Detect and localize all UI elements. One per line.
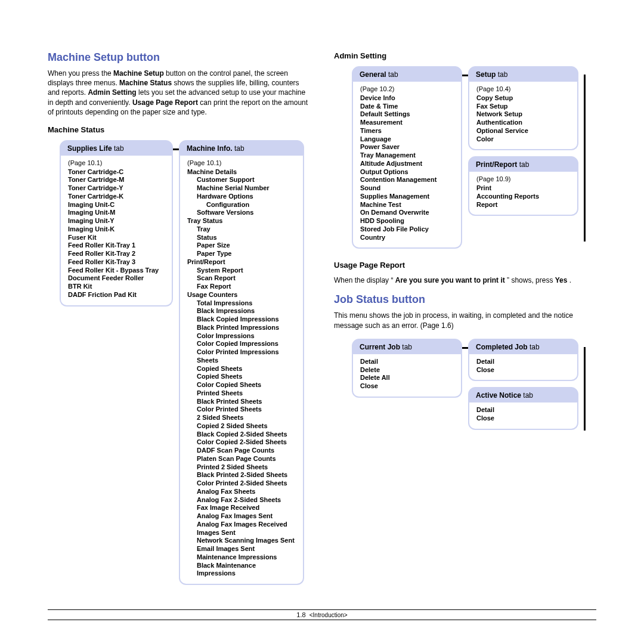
list-item: Hardware Options bbox=[187, 193, 296, 201]
list-item: Analog Fax Sheets bbox=[187, 488, 296, 496]
list-item: Device Info bbox=[360, 94, 454, 103]
list-item: Customer Support bbox=[187, 176, 296, 184]
list-item: Paper Type bbox=[187, 250, 296, 258]
supplies-life-tab-card: Supplies Life tab (Page 10.1) Toner Cart… bbox=[60, 140, 173, 306]
list-item: Machine Details bbox=[187, 168, 296, 177]
setup-tab-card: Setup tab (Page 10.4) Copy SetupFax Setu… bbox=[468, 66, 578, 150]
list-item: Print/Report bbox=[187, 258, 296, 267]
list-item: Black Printed Sheets bbox=[187, 398, 296, 406]
list-item: Altitude Adjustment bbox=[360, 160, 454, 168]
list-item: Toner Cartridge-K bbox=[68, 193, 165, 201]
list-item: Analog Fax 2-Sided Sheets bbox=[187, 496, 296, 504]
current-job-tab-card: Current Job tab DetailDeleteDelete AllCl… bbox=[352, 339, 462, 430]
list-item: Toner Cartridge-Y bbox=[68, 184, 165, 193]
list-item: Stored Job File Policy bbox=[360, 225, 454, 234]
list-item: Platen Scan Page Counts bbox=[187, 455, 296, 463]
list-item: Close bbox=[476, 414, 570, 423]
setup-tab-header: Setup tab bbox=[468, 66, 578, 82]
list-item: DADF Friction Pad Kit bbox=[68, 291, 165, 299]
list-item: Feed Roller Kit - Bypass Tray bbox=[68, 267, 165, 275]
list-item: HDD Spooling bbox=[360, 217, 454, 225]
list-item: Machine Serial Number bbox=[187, 184, 296, 193]
list-item: Delete bbox=[360, 366, 454, 374]
left-column: Machine Setup button When you press the … bbox=[48, 48, 310, 585]
list-item: Color Copied Impressions bbox=[187, 340, 296, 348]
job-status-heading: Job Status button bbox=[334, 293, 596, 306]
list-item: DADF Scan Page Counts bbox=[187, 447, 296, 455]
list-item: Total Impressions bbox=[187, 299, 296, 308]
list-item: Feed Roller Kit-Tray 3 bbox=[68, 258, 165, 267]
list-item: System Report bbox=[187, 267, 296, 275]
list-item: Copied Sheets bbox=[187, 373, 296, 381]
machine-info-tab-header: Machine Info. tab bbox=[179, 140, 304, 156]
list-item: Measurement bbox=[360, 119, 454, 127]
list-item: Maintenance Impressions bbox=[187, 553, 296, 562]
right-column: Admin Setting General tab (Page 10.2) De… bbox=[334, 48, 596, 585]
print-report-tab-body: (Page 10.9) PrintAccounting ReportsRepor… bbox=[468, 172, 578, 216]
list-item: Optional Service bbox=[476, 127, 570, 135]
list-item: Usage Counters bbox=[187, 291, 296, 299]
list-item: Copy Setup bbox=[476, 94, 570, 103]
print-report-tab-card: Print/Report tab (Page 10.9) PrintAccoun… bbox=[468, 156, 578, 216]
list-item: Color Copied Sheets bbox=[187, 381, 296, 389]
list-item: Black Copied 2-Sided Sheets bbox=[187, 431, 296, 439]
page-footer: 1.8 <Introduction> bbox=[48, 609, 596, 620]
list-item: Color bbox=[476, 135, 570, 144]
list-item: Sound bbox=[360, 184, 454, 193]
setup-tab-body: (Page 10.4) Copy SetupFax SetupNetwork S… bbox=[468, 82, 578, 150]
supplies-life-tab-body: (Page 10.1) Toner Cartridge-CToner Cartr… bbox=[60, 156, 173, 306]
completed-job-tab-header: Completed Job tab bbox=[468, 339, 578, 354]
machine-status-heading: Machine Status bbox=[48, 125, 310, 134]
active-notice-tab-body: DetailClose bbox=[468, 402, 578, 430]
list-item: Email Images Sent bbox=[187, 545, 296, 553]
list-item: Printed 2 Sided Sheets bbox=[187, 463, 296, 472]
list-item: Accounting Reports bbox=[476, 193, 570, 201]
active-notice-tab-header: Active Notice tab bbox=[468, 387, 578, 402]
list-item: Scan Report bbox=[187, 274, 296, 283]
list-item: Close bbox=[476, 366, 570, 374]
list-item: Detail bbox=[360, 358, 454, 366]
machine-info-tab-card: Machine Info. tab (Page 10.1) Machine De… bbox=[179, 140, 304, 585]
list-item: Printed Sheets bbox=[187, 389, 296, 398]
list-item: Authentication bbox=[476, 119, 570, 127]
list-item: Color Printed Impressions bbox=[187, 348, 296, 357]
list-item: Timers bbox=[360, 127, 454, 135]
list-item: Report bbox=[476, 201, 570, 209]
list-item: Fuser Kit bbox=[68, 234, 165, 242]
general-tab-body: (Page 10.2) Device InfoDate & TimeDefaul… bbox=[352, 82, 462, 249]
list-item: Toner Cartridge-C bbox=[68, 168, 165, 177]
list-item: Black Maintenance Impressions bbox=[187, 562, 296, 578]
list-item: Imaging Unit-Y bbox=[68, 217, 165, 225]
list-item: Network Scanning Images Sent bbox=[187, 537, 296, 545]
page-number: 1.8 bbox=[296, 611, 305, 618]
list-item: Tray Management bbox=[360, 151, 454, 160]
machine-setup-intro: When you press the Machine Setup button … bbox=[48, 69, 310, 117]
list-item: Feed Roller Kit-Tray 2 bbox=[68, 250, 165, 258]
usage-page-report-text: When the display “ Are you sure you want… bbox=[334, 275, 596, 285]
list-item: Date & Time bbox=[360, 103, 454, 111]
list-item: Software Versions bbox=[187, 209, 296, 217]
general-tab-header: General tab bbox=[352, 66, 462, 82]
list-item: Sheets bbox=[187, 357, 296, 365]
completed-job-tab-body: DetailClose bbox=[468, 354, 578, 382]
list-item: Color Printed Sheets bbox=[187, 405, 296, 414]
list-item: Detail bbox=[476, 406, 570, 414]
list-item: Close bbox=[360, 382, 454, 391]
list-item: Imaging Unit-C bbox=[68, 201, 165, 209]
job-status-intro: This menu shows the job in process, in w… bbox=[334, 311, 596, 330]
list-item: Copied 2 Sided Sheets bbox=[187, 422, 296, 431]
admin-setting-heading: Admin Setting bbox=[334, 51, 596, 60]
usage-page-report-heading: Usage Page Report bbox=[334, 261, 596, 270]
list-item: Black Impressions bbox=[187, 307, 296, 315]
list-item: Imaging Unit-M bbox=[68, 209, 165, 217]
list-item: Black Printed 2-Sided Sheets bbox=[187, 471, 296, 479]
list-item: Paper Size bbox=[187, 242, 296, 250]
list-item: Fax Setup bbox=[476, 103, 570, 111]
list-item: Power Saver bbox=[360, 143, 454, 151]
list-item: Document Feeder Roller bbox=[68, 274, 165, 283]
list-item: Status bbox=[187, 234, 296, 242]
list-item: Default Settings bbox=[360, 110, 454, 119]
list-item: Analog Fax Images Received bbox=[187, 521, 296, 529]
list-item: Color Copied 2-Sided Sheets bbox=[187, 438, 296, 447]
list-item: Color Printed 2-Sided Sheets bbox=[187, 479, 296, 488]
